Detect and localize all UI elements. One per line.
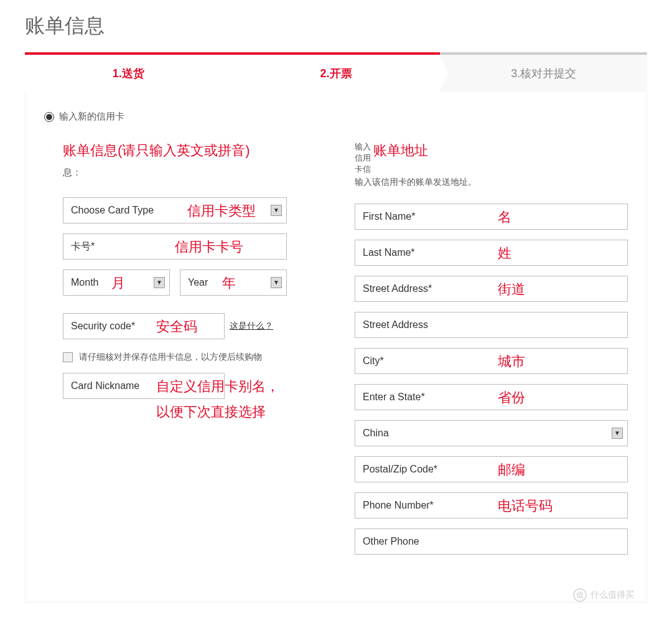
security-code-field: 安全码 <box>63 313 225 339</box>
country-field: China ▼ <box>355 420 628 446</box>
phone-input[interactable] <box>355 492 628 519</box>
street1-field: 街道 <box>355 276 628 302</box>
exp-year-select[interactable]: Year <box>180 270 287 296</box>
xi-label: 息： <box>63 167 336 179</box>
state-field: 省份 <box>355 384 628 410</box>
card-info-column: 账单信息(请只输入英文或拼音) 息： Choose Card Type ▼ 信用… <box>63 141 336 565</box>
new-card-radio[interactable] <box>44 112 54 122</box>
first-name-field: 名 <box>355 204 628 230</box>
billing-address-column: 输入 信用 卡信 账单地址 输入该信用卡的账单发送地址。 名 姓 <box>355 141 628 565</box>
billing-address-heading: 账单地址 <box>373 141 628 161</box>
pre-labels: 输入 信用 卡信 <box>355 141 371 176</box>
step-review[interactable]: 3.核对并提交 <box>440 55 647 92</box>
card-nickname-input[interactable] <box>63 373 225 399</box>
billing-address-subtext: 输入该信用卡的账单发送地址。 <box>355 177 628 188</box>
first-name-input[interactable] <box>355 204 628 230</box>
last-name-field: 姓 <box>355 240 628 266</box>
step-shipping[interactable]: 1.送货 <box>25 55 233 92</box>
new-card-radio-label: 输入新的信用卡 <box>59 111 124 123</box>
postal-field: 邮编 <box>355 456 628 482</box>
save-card-checkbox[interactable] <box>63 352 73 362</box>
checkout-steps: 1.送货 2.开票 3.核对并提交 <box>25 52 647 92</box>
card-number-field: 信用卡卡号 <box>63 233 287 260</box>
country-select[interactable]: China <box>355 420 628 446</box>
save-card-checkbox-row[interactable]: 请仔细核对并保存信用卡信息，以方便后续购物 <box>63 352 324 363</box>
phone-field: 电话号码 <box>355 492 628 519</box>
billing-form: 输入新的信用卡 账单信息(请只输入英文或拼音) 息： Choose Card T… <box>25 92 647 603</box>
city-input[interactable] <box>355 348 628 374</box>
exp-month-select[interactable]: Month <box>63 270 170 296</box>
card-number-input[interactable] <box>63 233 287 260</box>
new-card-radio-row[interactable]: 输入新的信用卡 <box>44 111 628 123</box>
other-phone-field <box>355 528 628 555</box>
street2-input[interactable] <box>355 312 628 338</box>
security-code-input[interactable] <box>63 313 225 339</box>
other-phone-input[interactable] <box>355 528 628 555</box>
watermark-text: 什么值得买 <box>590 589 634 601</box>
watermark-icon: 值 <box>573 588 587 602</box>
save-card-label: 请仔细核对并保存信用卡信息，以方便后续购物 <box>79 352 262 363</box>
exp-year-field: Year ▼ 年 <box>180 270 287 296</box>
page-title: 账单信息 <box>25 12 647 40</box>
card-type-select[interactable]: Choose Card Type <box>63 197 287 223</box>
street2-field <box>355 312 628 338</box>
annotation-nickname-2: 以便下次直接选择 <box>156 403 266 421</box>
step-billing[interactable]: 2.开票 <box>233 55 441 92</box>
street1-input[interactable] <box>355 276 628 302</box>
card-info-heading: 账单信息(请只输入英文或拼音) <box>63 141 336 161</box>
card-nickname-field: 自定义信用卡别名， 以便下次直接选择 <box>63 373 324 399</box>
what-is-this-link[interactable]: 这是什么？ <box>230 321 273 332</box>
exp-month-field: Month ▼ 月 <box>63 270 170 296</box>
city-field: 城市 <box>355 348 628 374</box>
card-type-field: Choose Card Type ▼ 信用卡类型 <box>63 197 287 223</box>
state-input[interactable] <box>355 384 628 410</box>
last-name-input[interactable] <box>355 240 628 266</box>
postal-input[interactable] <box>355 456 628 482</box>
watermark: 值 什么值得买 <box>573 588 634 602</box>
